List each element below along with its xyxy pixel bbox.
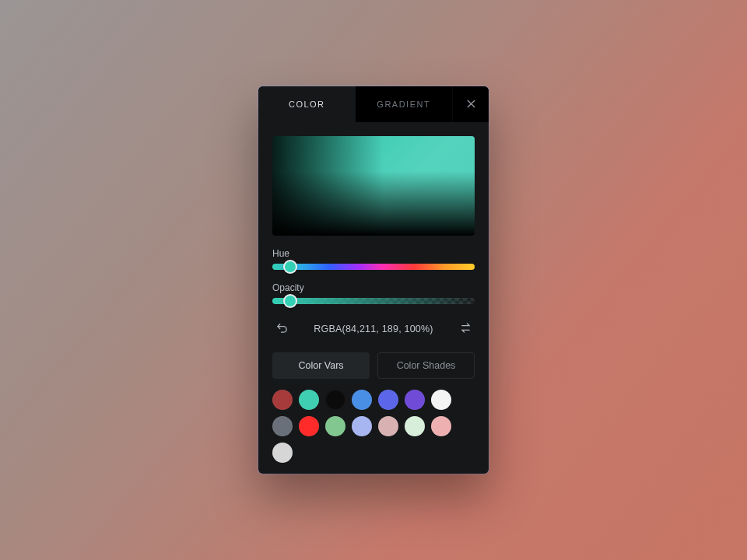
swatch-item[interactable]	[272, 443, 293, 463]
swatch-item[interactable]	[405, 390, 425, 410]
undo-icon	[276, 322, 288, 336]
close-icon	[467, 97, 475, 111]
swatch-item[interactable]	[431, 416, 451, 436]
tab-color[interactable]: COLOR	[258, 86, 356, 122]
swatch-grid	[272, 390, 475, 463]
swatch-item[interactable]	[378, 416, 398, 436]
swatch-item[interactable]	[405, 416, 425, 436]
swatch-item[interactable]	[352, 390, 372, 410]
subtab-color-vars[interactable]: Color Vars	[272, 352, 370, 379]
hue-slider[interactable]	[272, 264, 475, 270]
swatch-item[interactable]	[299, 390, 319, 410]
swatch-subtabs: Color Vars Color Shades	[272, 352, 475, 379]
swatch-item[interactable]	[431, 390, 451, 410]
swatch-item[interactable]	[272, 416, 293, 436]
picker-tabs: COLOR GRADIENT	[258, 86, 489, 122]
opacity-slider[interactable]	[272, 298, 475, 304]
swatch-item[interactable]	[378, 390, 398, 410]
subtab-color-shades[interactable]: Color Shades	[377, 352, 475, 379]
swap-icon	[460, 322, 472, 336]
color-value-row: RGBA(84,211, 189, 100%)	[272, 318, 475, 340]
opacity-label: Opacity	[272, 282, 475, 293]
reset-color-button[interactable]	[272, 320, 291, 338]
swap-format-button[interactable]	[456, 320, 475, 338]
swatch-item[interactable]	[325, 416, 345, 436]
hue-slider-knob[interactable]	[285, 261, 296, 272]
hue-label: Hue	[272, 248, 475, 259]
color-picker-panel: COLOR GRADIENT Hue Opacity	[258, 86, 489, 474]
swatch-item[interactable]	[272, 390, 293, 410]
close-button[interactable]	[452, 86, 489, 122]
opacity-slider-knob[interactable]	[285, 296, 296, 306]
swatch-item[interactable]	[325, 390, 345, 410]
swatch-item[interactable]	[299, 416, 319, 436]
saturation-value-field[interactable]	[272, 136, 475, 236]
swatch-item[interactable]	[352, 416, 372, 436]
color-value-input[interactable]: RGBA(84,211, 189, 100%)	[314, 324, 433, 334]
tab-gradient[interactable]: GRADIENT	[356, 86, 453, 122]
